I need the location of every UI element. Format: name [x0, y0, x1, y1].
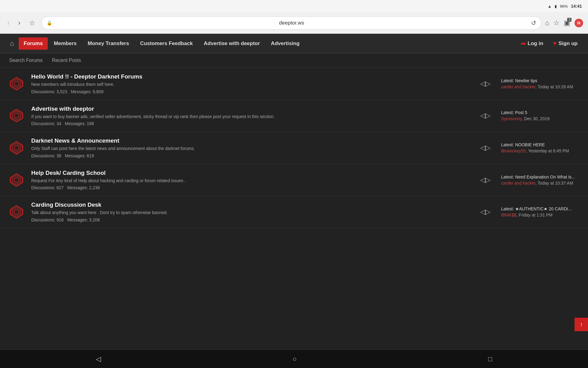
nav-advertising[interactable]: Advertising	[266, 37, 305, 50]
forum-body-3: Help Desk/ Carding School Request For An…	[31, 170, 470, 190]
time-display: 14:41	[571, 4, 582, 9]
forum-body-4: Carding Discussion Desk Talk about anyth…	[31, 201, 470, 222]
nav-advertise[interactable]: Advertise with deeptor	[199, 37, 265, 50]
forum-discussions-4: 916	[56, 217, 63, 222]
android-recent-button[interactable]: □	[488, 355, 492, 363]
forum-latest-author-1: Sycosunny, Dec 30, 2019	[501, 116, 581, 121]
android-nav-bar: ◁ ○ □	[0, 350, 588, 368]
forward-button[interactable]: ›	[16, 18, 23, 28]
forum-latest-post-4: Latest: ★AUTHENTIC★ 20 CARDI...	[501, 206, 581, 211]
forum-messages-4: 3,206	[89, 217, 100, 222]
forum-messages-0: 9,809	[93, 89, 104, 94]
forum-title-2[interactable]: Darknet News & Announcement	[31, 137, 470, 144]
rss-icon-3[interactable]: ◁▷	[480, 176, 491, 184]
rss-icon-4[interactable]: ◁▷	[480, 208, 491, 216]
forum-body-2: Darknet News & Announcement Only Staff c…	[31, 137, 470, 158]
signup-button[interactable]: ♥ Sign up	[549, 37, 582, 49]
forum-title-0[interactable]: Hello World !! - Deeptor Darknet Forums	[31, 73, 470, 80]
bookmark-button[interactable]: ☆	[27, 18, 38, 28]
rss-icon-0[interactable]: ◁▷	[480, 80, 491, 88]
forum-latest-1: Latest: Post 5 Sycosunny, Dec 30, 2019	[501, 110, 581, 121]
url-display: deeptor.ws	[55, 20, 529, 26]
status-bar: ▲ ▮ 96% 14:41	[0, 0, 588, 12]
site-home-button[interactable]: ⌂	[6, 37, 17, 50]
forum-latest-author-0: carder and hacker, Today at 10:28 AM	[501, 84, 581, 89]
lock-icon: 🔒	[47, 20, 52, 26]
svg-marker-2	[14, 81, 19, 86]
forum-latest-post-0: Latest: Newbie tips	[501, 78, 581, 83]
back-button[interactable]: ‹	[5, 18, 12, 28]
sub-nav: Search Forums Recent Posts	[0, 53, 588, 68]
forum-discussions-1: 34	[56, 121, 61, 126]
home-browser-button[interactable]: ⌂	[545, 19, 549, 27]
svg-marker-4	[12, 111, 21, 120]
rss-icon-2[interactable]: ◁▷	[480, 144, 491, 152]
search-forums-link[interactable]: Search Forums	[9, 58, 43, 63]
forum-discussions-3: 627	[56, 185, 63, 190]
forum-messages-1: 188	[87, 121, 94, 126]
forum-stats-1: Discussions: 34 Messages: 188	[31, 121, 470, 126]
signup-label: Sign up	[559, 40, 578, 47]
forum-title-3[interactable]: Help Desk/ Carding School	[31, 170, 470, 176]
forum-icon-1	[7, 106, 26, 125]
login-button[interactable]: ➡ Log in	[516, 37, 548, 50]
forum-latest-post-3: Latest: Need Explanation On What Is...	[501, 174, 581, 179]
forum-icon-4	[7, 203, 26, 221]
battery-icon: ▮	[555, 4, 557, 9]
forum-stats-0: Discussions: 3,523 Messages: 9,809	[31, 89, 470, 94]
svg-marker-11	[14, 178, 19, 182]
svg-marker-5	[14, 113, 19, 118]
nav-money-transfers[interactable]: Money Transfers	[83, 37, 134, 50]
reload-button[interactable]: ↺	[531, 19, 536, 27]
favorites-button[interactable]: ☆	[553, 19, 560, 27]
forum-list: Hello World !! - Deeptor Darknet Forums …	[0, 68, 588, 228]
nav-forums[interactable]: Forums	[19, 37, 47, 50]
forum-icon-3	[7, 171, 26, 189]
forum-item-4: Carding Discussion Desk Talk about anyth…	[0, 196, 588, 228]
svg-marker-1	[12, 79, 21, 88]
svg-marker-14	[14, 209, 19, 214]
site-content: ⌂ Forums Members Money Transfers Custome…	[0, 34, 588, 350]
forum-latest-0: Latest: Newbie tips carder and hacker, T…	[501, 78, 581, 89]
signup-icon: ♥	[553, 40, 557, 47]
forum-latest-author-2: libravickey55, Yesterday at 6:45 PM	[501, 148, 581, 153]
rss-icon-1[interactable]: ◁▷	[480, 112, 491, 120]
login-icon: ➡	[521, 40, 526, 47]
forum-latest-2: Latest: NOOBIE HERE libravickey55, Yeste…	[501, 142, 581, 153]
recent-posts-link[interactable]: Recent Posts	[52, 58, 81, 63]
login-label: Log in	[528, 40, 543, 47]
nav-members[interactable]: Members	[49, 37, 82, 50]
forum-latest-4: Latest: ★AUTHENTIC★ 20 CARDI... IBMK$$, …	[501, 206, 581, 217]
battery-level: 96%	[560, 4, 568, 9]
forum-title-4[interactable]: Carding Discussion Desk	[31, 201, 470, 208]
forum-icon-0	[7, 75, 26, 93]
forum-discussions-2: 38	[56, 153, 61, 158]
forum-discussions-0: 3,523	[56, 89, 67, 94]
svg-marker-7	[12, 144, 21, 152]
scroll-top-button[interactable]: ↑	[575, 318, 588, 331]
tabs-button[interactable]: ▣ 3	[564, 19, 570, 27]
android-back-button[interactable]: ◁	[96, 355, 101, 363]
forum-desc-0: New members will introduce them self her…	[31, 82, 470, 88]
forum-latest-author-3: carder and hacker, Today at 10:37 AM	[501, 181, 581, 186]
android-home-button[interactable]: ○	[292, 355, 296, 363]
forum-desc-4: Talk about anything you want here . Dont…	[31, 210, 470, 216]
svg-marker-10	[12, 176, 21, 184]
svg-marker-13	[12, 208, 21, 216]
browser-chrome: ‹ › ☆ 🔒 deeptor.ws ↺ ⌂ ☆ ▣ 3 H	[0, 12, 588, 34]
nav-customers-feedback[interactable]: Customers Feedback	[135, 37, 198, 50]
forum-stats-4: Discussions: 916 Messages: 3,206	[31, 217, 470, 222]
forum-desc-3: Request For Any kind of Help about hacki…	[31, 178, 470, 184]
forum-desc-1: If you want to buy banner ads, verified …	[31, 114, 470, 120]
forum-item-1: Advertise with deeptor If you want to bu…	[0, 100, 588, 132]
forum-title-1[interactable]: Advertise with deeptor	[31, 105, 470, 112]
forum-icon-2	[7, 139, 26, 157]
forum-latest-3: Latest: Need Explanation On What Is... c…	[501, 174, 581, 186]
forum-body-0: Hello World !! - Deeptor Darknet Forums …	[31, 73, 470, 94]
avatar-letter: H	[577, 21, 580, 25]
address-bar[interactable]: 🔒 deeptor.ws ↺	[41, 16, 541, 30]
forum-latest-author-4: IBMK$$, Friday at 1:31 PM	[501, 213, 581, 217]
forum-latest-post-1: Latest: Post 5	[501, 110, 581, 115]
user-avatar[interactable]: H	[575, 19, 583, 27]
forum-item-0: Hello World !! - Deeptor Darknet Forums …	[0, 68, 588, 100]
